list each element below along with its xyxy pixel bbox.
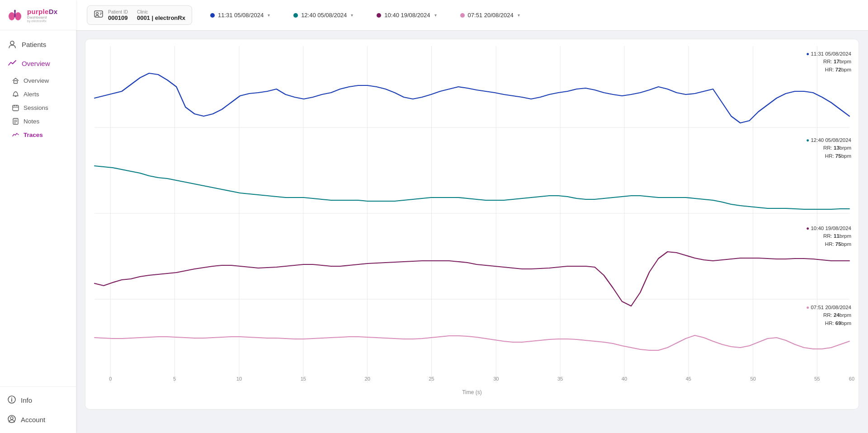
traces-icon — [12, 131, 19, 138]
svg-text:15: 15 — [301, 376, 306, 381]
sidebar-patients-section: Patients Overview Overview Alerts — [0, 30, 76, 145]
info-label: Info — [21, 396, 32, 404]
patients-icon — [7, 39, 17, 49]
sidebar-item-overview-sub[interactable]: Overview — [0, 74, 76, 87]
chart-area: 0 5 10 15 20 25 30 35 40 45 50 55 60 — [85, 44, 859, 387]
svg-point-4 — [10, 41, 14, 45]
logo: purpleDx Dashboard by electronRx — [0, 0, 76, 30]
chevron-down-icon-4: ▾ — [518, 13, 520, 18]
session-dot-3 — [377, 13, 381, 18]
trace-legend-1: ● 11:31 05/08/2024 RR: 17brpm HR: 72bpm — [806, 50, 851, 74]
overview-label: Overview — [22, 60, 50, 67]
lungs-icon — [6, 6, 24, 24]
svg-text:30: 30 — [493, 376, 499, 381]
sidebar-bottom: Info Account — [0, 386, 76, 433]
svg-text:20: 20 — [364, 376, 370, 381]
session-selector-3[interactable]: 10:40 19/08/2024 ▾ — [371, 9, 442, 22]
session-dot-4 — [460, 13, 465, 18]
svg-text:60: 60 — [849, 376, 854, 381]
info-icon — [7, 395, 16, 405]
clinic-label: Clinic — [137, 9, 185, 14]
svg-point-0 — [9, 12, 15, 20]
patients-label: Patients — [22, 41, 46, 48]
account-icon — [7, 414, 16, 425]
sidebar-item-notes[interactable]: Notes — [0, 114, 76, 128]
sidebar-item-info[interactable]: Info — [0, 391, 76, 410]
session-selector-2[interactable]: 12:40 05/08/2024 ▾ — [288, 9, 359, 22]
patient-info-card: Patient ID 000109 Clinic 0001 | electron… — [87, 5, 192, 25]
sessions-icon — [12, 104, 19, 111]
app-by: by electronRx — [27, 19, 57, 23]
svg-point-1 — [15, 12, 21, 20]
sidebar-item-overview[interactable]: Overview — [0, 54, 76, 73]
svg-text:45: 45 — [686, 376, 691, 381]
session-time-4: 07:51 20/08/2024 — [468, 12, 514, 19]
session-selector-4[interactable]: 07:51 20/08/2024 ▾ — [455, 9, 525, 22]
session-selector-1[interactable]: 11:31 05/08/2024 ▾ — [205, 9, 275, 22]
svg-text:25: 25 — [429, 376, 434, 381]
trace-legend-2: ● 12:40 05/08/2024 RR: 13brpm HR: 75bpm — [806, 136, 851, 160]
trace-legend-4: ● 07:51 20/08/2024 RR: 24brpm HR: 69bpm — [806, 304, 851, 327]
session-time-2: 12:40 05/08/2024 — [301, 12, 347, 19]
chevron-down-icon-3: ▾ — [434, 13, 437, 18]
svg-text:10: 10 — [236, 376, 242, 381]
svg-rect-6 — [13, 105, 19, 111]
svg-rect-5 — [14, 80, 17, 83]
account-label: Account — [21, 416, 45, 424]
patient-id-label: Patient ID — [108, 9, 128, 14]
session-time-1: 11:31 05/08/2024 — [218, 12, 264, 19]
notes-icon — [12, 118, 19, 125]
session-time-3: 10:40 19/08/2024 — [384, 12, 430, 19]
svg-text:0: 0 — [109, 376, 112, 381]
sidebar: purpleDx Dashboard by electronRx Patient… — [0, 0, 76, 433]
svg-text:5: 5 — [173, 376, 176, 381]
patient-card-icon — [94, 9, 104, 21]
sidebar-item-sessions[interactable]: Sessions — [0, 101, 76, 114]
x-axis-label: Time (s) — [85, 389, 859, 395]
sidebar-sub-items: Overview Alerts Sessions Notes — [0, 73, 76, 142]
svg-text:35: 35 — [557, 376, 563, 381]
session-dot-1 — [210, 13, 215, 18]
sidebar-item-patients[interactable]: Patients — [0, 35, 76, 54]
sidebar-item-alerts[interactable]: Alerts — [0, 87, 76, 101]
patient-id-block: Patient ID 000109 — [108, 9, 128, 21]
chevron-down-icon-1: ▾ — [268, 13, 270, 18]
alerts-icon — [12, 90, 19, 98]
svg-text:55: 55 — [814, 376, 820, 381]
app-subtitle: Dashboard — [27, 15, 57, 19]
overview-icon — [7, 58, 17, 68]
svg-point-3 — [14, 10, 16, 12]
trace-legend-3: ● 10:40 19/08/2024 RR: 11brpm HR: 75bpm — [806, 225, 851, 248]
traces-svg: 0 5 10 15 20 25 30 35 40 45 50 55 60 — [85, 44, 859, 387]
sidebar-item-traces[interactable]: Traces — [0, 128, 76, 141]
svg-point-18 — [10, 417, 13, 419]
header: Patient ID 000109 Clinic 0001 | electron… — [76, 0, 868, 31]
svg-point-20 — [96, 13, 99, 15]
clinic-value: 0001 | electronRx — [137, 14, 185, 21]
sidebar-item-account[interactable]: Account — [0, 410, 76, 429]
chart-container: 0 5 10 15 20 25 30 35 40 45 50 55 60 — [85, 39, 859, 409]
content-area: 0 5 10 15 20 25 30 35 40 45 50 55 60 — [76, 31, 868, 433]
svg-text:50: 50 — [750, 376, 755, 381]
patient-id-value: 000109 — [108, 14, 128, 21]
clinic-block: Clinic 0001 | electronRx — [137, 9, 185, 21]
svg-point-16 — [11, 398, 12, 399]
main-area: Patient ID 000109 Clinic 0001 | electron… — [76, 0, 868, 433]
session-dot-2 — [293, 13, 298, 18]
chevron-down-icon-2: ▾ — [351, 13, 353, 18]
home-icon — [12, 77, 19, 84]
app-name: purpleDx — [27, 8, 57, 15]
svg-text:40: 40 — [622, 376, 627, 381]
